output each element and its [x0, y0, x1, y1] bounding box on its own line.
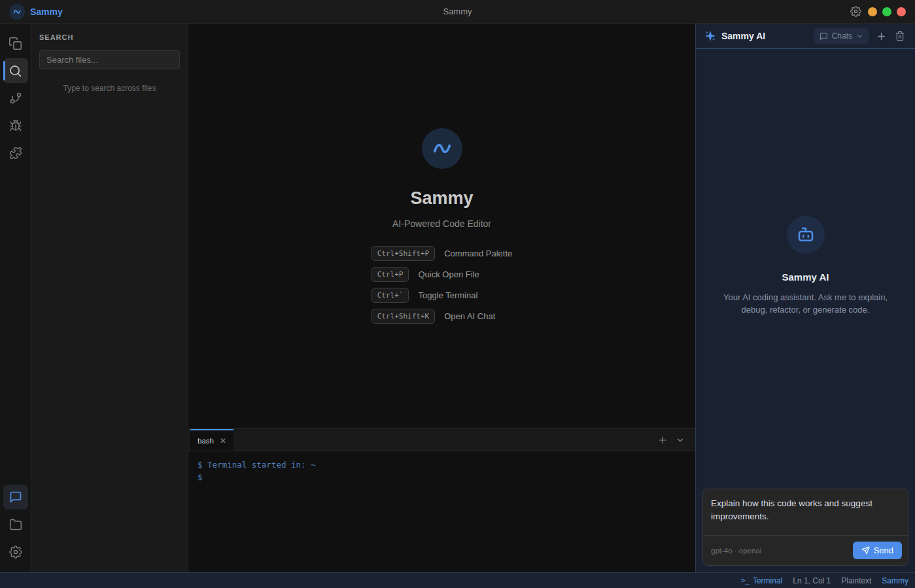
- gear-icon: [9, 545, 22, 559]
- terminal-tabbar: bash ✕: [188, 429, 695, 451]
- welcome-title: Sammy: [410, 188, 473, 209]
- status-terminal[interactable]: >_ Terminal: [741, 576, 783, 585]
- new-terminal-plus-icon[interactable]: [657, 435, 668, 445]
- activity-bar: [0, 24, 31, 572]
- activity-ai-chat-button[interactable]: [3, 485, 28, 510]
- window-title: Sammy: [0, 7, 915, 16]
- terminal-tab-bash[interactable]: bash ✕: [190, 429, 233, 451]
- sammy-logo-icon: [9, 4, 25, 20]
- sidebar-title: SEARCH: [39, 33, 180, 41]
- welcome-screen: Sammy AI-Powered Code Editor Ctrl+Shift+…: [188, 24, 695, 428]
- activity-extensions-button[interactable]: [3, 141, 28, 165]
- terminal-prompt-icon: >_: [741, 576, 750, 585]
- app-window: Sammy Sammy: [0, 0, 915, 588]
- ai-empty-title: Sammy AI: [782, 271, 829, 283]
- send-button[interactable]: Send: [853, 542, 902, 559]
- delete-chat-trash-icon[interactable]: [893, 29, 906, 43]
- terminal-panel: bash ✕ $ Terminal started in: ~ $: [188, 428, 695, 572]
- ai-chat-input-box: Explain how this code works and suggest …: [702, 489, 908, 566]
- status-cursor-position[interactable]: Ln 1, Col 1: [793, 576, 831, 585]
- chat-bubble-icon: [9, 491, 22, 504]
- status-language-mode[interactable]: Plaintext: [841, 576, 871, 585]
- ai-empty-state: Sammy AI Your AI coding assistant. Ask m…: [696, 49, 915, 483]
- shortcut-toggle-terminal: Ctrl+` Toggle Terminal: [371, 288, 513, 303]
- terminal-chevron-down-icon[interactable]: [676, 436, 685, 445]
- window-close-dot[interactable]: [897, 7, 906, 16]
- window-minimize-dot[interactable]: [868, 7, 877, 16]
- activity-folder-button[interactable]: [3, 512, 28, 537]
- kbd-badge: Ctrl+P: [371, 267, 409, 282]
- tab-close-icon[interactable]: ✕: [220, 437, 226, 445]
- kbd-badge: Ctrl+Shift+P: [371, 246, 435, 261]
- git-branch-icon: [9, 92, 22, 105]
- welcome-subtitle: AI-Powered Code Editor: [392, 218, 491, 229]
- bug-icon: [9, 119, 22, 132]
- shortcut-quick-open: Ctrl+P Quick Open File: [371, 267, 513, 282]
- ai-panel: Sammy AI Chats: [695, 24, 915, 572]
- model-label: gpt-4o · openai: [711, 547, 761, 555]
- window-maximize-dot[interactable]: [882, 7, 891, 16]
- editor-area: Sammy AI-Powered Code Editor Ctrl+Shift+…: [188, 24, 695, 572]
- search-sidebar: SEARCH Type to search across files: [31, 24, 188, 572]
- chevron-down-icon: [856, 33, 863, 40]
- status-app-label[interactable]: Sammy: [882, 576, 908, 585]
- settings-gear-icon[interactable]: [850, 6, 861, 17]
- sammy-wave-logo-icon: [422, 128, 462, 169]
- terminal-output[interactable]: $ Terminal started in: ~ $: [188, 451, 695, 572]
- puzzle-icon: [9, 147, 22, 160]
- activity-search-button[interactable]: [3, 58, 28, 83]
- kbd-badge: Ctrl+Shift+K: [371, 309, 435, 324]
- shortcut-open-ai-chat: Ctrl+Shift+K Open AI Chat: [371, 309, 513, 324]
- folder-icon: [9, 518, 22, 531]
- robot-icon: [787, 216, 825, 254]
- files-icon: [9, 37, 22, 50]
- terminal-line: $: [198, 471, 686, 483]
- titlebar: Sammy Sammy: [0, 0, 915, 24]
- activity-source-control-button[interactable]: [3, 86, 28, 111]
- ai-empty-description: Your AI coding assistant. Ask me to expl…: [713, 291, 898, 316]
- sparkles-icon: [704, 30, 716, 42]
- status-bar: >_ Terminal Ln 1, Col 1 Plaintext Sammy: [0, 572, 915, 588]
- kbd-badge: Ctrl+`: [371, 288, 409, 303]
- shortcut-list: Ctrl+Shift+P Command Palette Ctrl+P Quic…: [371, 246, 513, 324]
- chats-dropdown-button[interactable]: Chats: [814, 28, 869, 44]
- shortcut-command-palette: Ctrl+Shift+P Command Palette: [371, 246, 513, 261]
- activity-files-button[interactable]: [3, 31, 28, 56]
- ai-panel-title: Sammy AI: [721, 31, 765, 41]
- search-input[interactable]: [39, 50, 180, 69]
- search-icon: [9, 64, 22, 78]
- activity-debug-button[interactable]: [3, 113, 28, 138]
- ai-panel-header: Sammy AI Chats: [696, 24, 915, 49]
- app-name: Sammy: [30, 7, 63, 17]
- terminal-line: $ Terminal started in: ~: [198, 458, 686, 471]
- new-chat-plus-icon[interactable]: [874, 29, 888, 43]
- ai-chat-textarea[interactable]: Explain how this code works and suggest …: [703, 489, 908, 530]
- app-brand: Sammy: [9, 4, 63, 20]
- send-paper-plane-icon: [861, 546, 870, 555]
- search-hint: Type to search across files: [39, 84, 180, 93]
- activity-settings-button[interactable]: [3, 540, 28, 564]
- chat-bubble-icon: [820, 32, 828, 41]
